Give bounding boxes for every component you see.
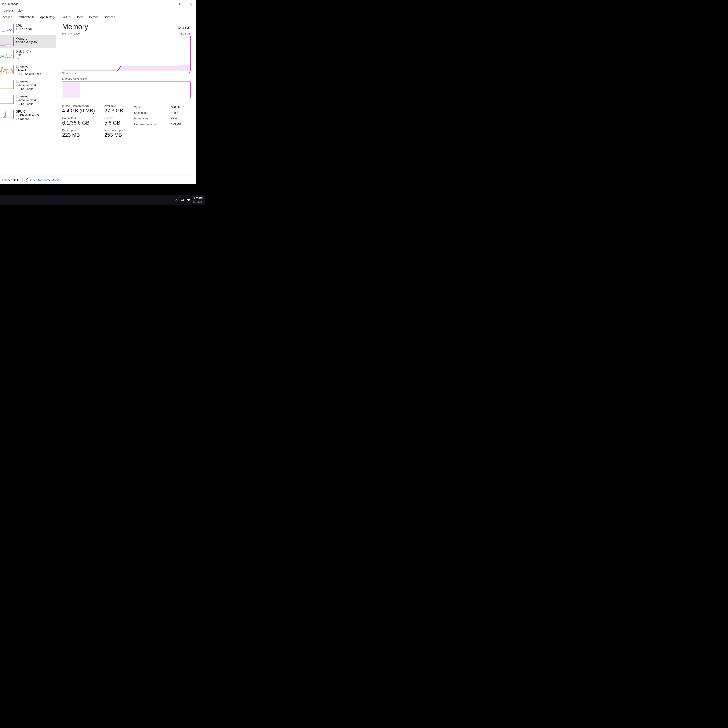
page-title: Memory xyxy=(62,23,88,31)
window-title: Task Manager xyxy=(2,2,19,6)
sidebar-item-cpu[interactable]: CPU 11% 5.25 GHz xyxy=(0,22,56,35)
sidebar-item-sub: VMware Network ... xyxy=(15,98,40,102)
sidebar-item-ethernet-3[interactable]: Ethernet VMware Network ... S: 0 R: 0 Kb… xyxy=(0,93,56,108)
sidebar-item-ethernet-2[interactable]: Ethernet VMware Network ... S: 0 R: 0 Kb… xyxy=(0,78,56,93)
resource-monitor-label: Open Resource Monitor xyxy=(30,178,61,182)
svg-rect-6 xyxy=(181,199,184,200)
stat-paged-pool: Paged pool 223 MB xyxy=(62,128,95,138)
disk-thumbnail-icon xyxy=(0,50,14,59)
svg-marker-5 xyxy=(63,66,190,71)
ethernet-thumbnail-icon xyxy=(0,95,14,104)
titlebar[interactable]: Task Manager xyxy=(0,0,196,8)
main-panel: Memory 32.0 GB Memory usage 31.8 GB 30 s… xyxy=(58,20,196,176)
resource-monitor-icon xyxy=(26,178,29,182)
stat-value: 6.1/36.6 GB xyxy=(62,120,95,126)
menu-options[interactable]: Options xyxy=(4,9,14,12)
footer-separator xyxy=(22,178,23,182)
sidebar-item-sub2: 3% xyxy=(15,57,31,61)
task-manager-window: Task Manager Options View cesses Perform… xyxy=(0,0,196,184)
tab-users[interactable]: Users xyxy=(73,14,86,20)
sidebar-item-sub2: 0% (34 °C) xyxy=(15,117,41,121)
stat-available: Available 27.3 GB xyxy=(104,104,125,114)
spec-key: Form factor: xyxy=(134,116,165,121)
performance-sidebar: CPU 11% 5.25 GHz Memory 4.5/31.8 GB (14%… xyxy=(0,20,56,176)
tab-services[interactable]: Services xyxy=(101,14,118,20)
memory-thumbnail-icon xyxy=(0,37,14,46)
sidebar-item-label: Ethernet xyxy=(15,80,40,83)
clock-time: 3:55 PM xyxy=(193,197,203,200)
system-tray xyxy=(175,198,190,202)
composition-standby-free xyxy=(103,82,190,98)
taskbar-clock[interactable]: 3:55 PM 5/7/2024 xyxy=(193,197,203,203)
close-button[interactable] xyxy=(186,0,196,8)
stat-label: Cached xyxy=(104,116,125,119)
sidebar-item-ethernet-1[interactable]: Ethernet Ethernet S: 16.0 R: 48.0 Kbps xyxy=(0,63,56,78)
usage-graph-label: Memory usage xyxy=(62,32,80,35)
sidebar-item-label: Memory xyxy=(15,37,38,41)
stat-cached: Cached 5.6 GB xyxy=(104,116,125,126)
tray-volume-icon[interactable] xyxy=(187,198,190,202)
stat-value: 5.6 GB xyxy=(104,120,125,126)
stat-nonpaged-pool: Non-paged pool 253 MB xyxy=(104,128,125,138)
taskbar[interactable]: 3:55 PM 5/7/2024 xyxy=(0,195,205,205)
sidebar-item-sub: NVIDIA GeForce G... xyxy=(15,113,41,117)
open-resource-monitor-link[interactable]: Open Resource Monitor xyxy=(26,178,61,182)
stat-committed: Committed 6.1/36.6 GB xyxy=(62,116,95,126)
sidebar-item-sub: 11% 5.25 GHz xyxy=(15,28,34,32)
usage-graph-max: 31.8 GB xyxy=(181,32,191,35)
stat-label: Paged pool xyxy=(62,128,95,132)
ethernet-thumbnail-icon xyxy=(0,80,14,89)
stat-label: Non-paged pool xyxy=(104,128,125,132)
sidebar-item-label: Ethernet xyxy=(15,95,40,98)
menubar: Options View xyxy=(0,8,196,13)
sidebar-item-sub2: S: 0 R: 0 Kbps xyxy=(15,102,40,106)
stat-value: 223 MB xyxy=(62,132,95,138)
minimize-button[interactable] xyxy=(164,0,175,8)
clock-date: 5/7/2024 xyxy=(193,200,203,203)
vertical-divider xyxy=(56,24,56,172)
sidebar-item-sub2: S: 0 R: 0 Kbps xyxy=(15,87,40,91)
sidebar-item-sub: Ethernet xyxy=(15,69,41,72)
sidebar-item-sub: 4.5/31.8 GB (14%) xyxy=(15,41,38,44)
gpu-thumbnail-icon xyxy=(0,110,14,119)
tab-performance[interactable]: Performance xyxy=(15,14,37,20)
stat-label: In use (Compressed) xyxy=(62,104,95,107)
composition-label: Memory composition xyxy=(62,77,191,80)
spec-key: Hardware reserved: xyxy=(134,121,165,127)
sidebar-item-gpu[interactable]: GPU 0 NVIDIA GeForce G... 0% (34 °C) xyxy=(0,108,56,123)
ethernet-thumbnail-icon xyxy=(0,65,14,74)
maximize-button[interactable] xyxy=(175,0,186,8)
sidebar-item-label: GPU 0 xyxy=(15,110,41,113)
footer: Fewer details Open Resource Monitor xyxy=(0,176,196,184)
sidebar-item-disk[interactable]: Disk 0 (C:) SSD 3% xyxy=(0,48,56,63)
stat-label: Available xyxy=(104,104,125,107)
spec-key: Speed: xyxy=(134,104,165,110)
stat-value: 27.3 GB xyxy=(104,108,125,114)
fewer-details-link[interactable]: Fewer details xyxy=(2,178,19,182)
stat-in-use: In use (Compressed) 4.4 GB (0 MB) xyxy=(62,104,95,114)
svg-rect-1 xyxy=(179,3,181,5)
tab-startup[interactable]: Startup xyxy=(58,14,73,20)
sidebar-item-label: Ethernet xyxy=(15,65,41,69)
spec-val: 4 of 4 xyxy=(171,110,178,116)
stat-label: Committed xyxy=(62,116,95,119)
cpu-thumbnail-icon xyxy=(0,24,14,33)
memory-specs-table: Speed:3200 MHz Slots used:4 of 4 Form fa… xyxy=(134,104,184,138)
menu-view[interactable]: View xyxy=(17,9,23,12)
sidebar-item-memory[interactable]: Memory 4.5/31.8 GB (14%) xyxy=(0,35,56,48)
sidebar-item-sub: SSD xyxy=(15,54,31,57)
sidebar-item-sub2: S: 16.0 R: 48.0 Kbps xyxy=(15,72,41,76)
tab-app-history[interactable]: App history xyxy=(37,14,58,20)
svg-marker-8 xyxy=(187,199,189,201)
spec-val: 173 MB xyxy=(171,121,181,127)
tray-network-icon[interactable] xyxy=(181,198,184,202)
spec-val: 3200 MHz xyxy=(171,104,184,110)
memory-composition-bar[interactable] xyxy=(62,81,191,98)
tab-details[interactable]: Details xyxy=(86,14,101,20)
tray-chevron-up-icon[interactable] xyxy=(175,198,178,202)
tab-processes[interactable]: cesses xyxy=(0,14,15,20)
xaxis-right: 0 xyxy=(189,72,191,75)
sidebar-item-sub: VMware Network ... xyxy=(15,83,40,87)
memory-usage-graph[interactable] xyxy=(62,36,191,71)
composition-in-use xyxy=(63,82,80,98)
